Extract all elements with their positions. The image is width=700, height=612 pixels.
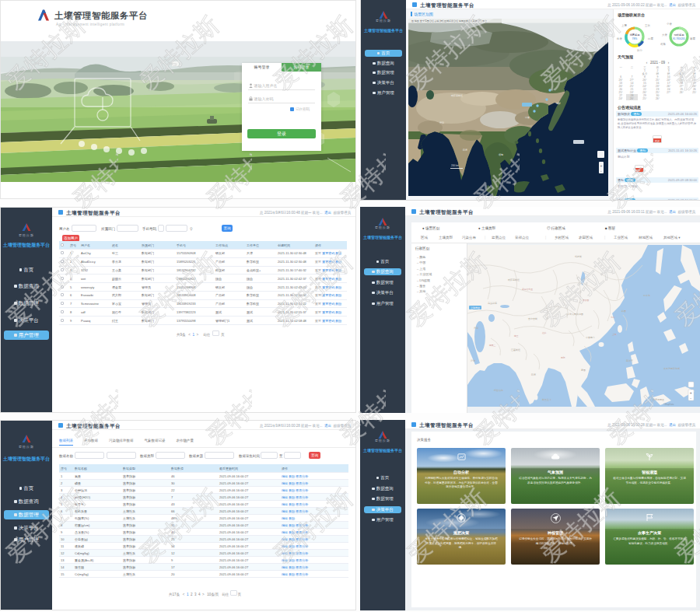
svg-text:俄罗斯: 俄罗斯: [575, 255, 582, 258]
svg-text:吉尔吉斯: 吉尔吉斯: [528, 317, 537, 320]
svg-text:新西伯利亚: 新西伯利亚: [522, 288, 533, 291]
svg-text:伊朗: 伊朗: [474, 327, 478, 330]
svg-text:斯里兰卡: 斯里兰卡: [542, 398, 551, 401]
svg-text:中国南方: 中国南方: [586, 336, 595, 339]
svg-text:北京: 北京: [611, 316, 615, 319]
svg-text:泰国: 泰国: [581, 369, 586, 372]
svg-text:上覆: 上覆: [621, 24, 627, 27]
svg-text:+: +: [600, 163, 603, 168]
svg-text:德黑兰: 德黑兰: [489, 344, 496, 347]
svg-text:中国: 中国: [525, 116, 530, 119]
svg-text:印度: 印度: [463, 149, 467, 152]
svg-text:昆明: 昆明: [561, 356, 565, 359]
svg-text:太平洋西部海域: 太平洋西部海域: [663, 367, 680, 370]
svg-text:场景监测: 场景监测: [629, 33, 640, 37]
svg-text:©MapData: ©MapData: [663, 403, 674, 406]
svg-text:蒙古国: 蒙古国: [583, 299, 590, 302]
svg-text:中华人民共和国: 中华人民共和国: [567, 313, 583, 316]
svg-text:78%: 78%: [632, 37, 638, 40]
svg-text:日本海: 日本海: [643, 294, 650, 297]
svg-text:德里: 德里: [514, 334, 519, 337]
svg-text:哈萨克斯坦: 哈萨克斯坦: [508, 278, 520, 282]
svg-text:拉萨: 拉萨: [542, 331, 547, 334]
svg-text:乌兹别克: 乌兹别克: [488, 302, 497, 305]
svg-text:+: +: [690, 390, 692, 395]
svg-text:阿拉伯海: 阿拉伯海: [494, 389, 503, 392]
svg-text:缅甸: 缅甸: [499, 153, 503, 156]
svg-text:图 地图 全寸范围 (六) 古城 (防) 区域标识 (六): 图 地图 全寸范围 (六) 古城 (防) 区域标识 (六) 使用区域 (法 高特…: [411, 19, 487, 23]
svg-text:霜降: 霜降: [660, 42, 666, 46]
svg-text:物联监测: 物联监测: [674, 33, 684, 37]
svg-text:大暑: 大暑: [662, 33, 667, 37]
svg-text:200 km: 200 km: [451, 164, 459, 167]
svg-text:巴基斯坦: 巴基斯坦: [511, 348, 520, 351]
svg-text:小暑: 小暑: [667, 22, 672, 26]
svg-text:印度: 印度: [531, 373, 536, 376]
svg-text:寒露: 寒露: [690, 37, 695, 40]
svg-text:韩国: 韩国: [621, 309, 626, 313]
svg-text:秋分: 秋分: [637, 49, 642, 52]
svg-text:上海市区: 上海市区: [471, 306, 480, 309]
svg-text:上海: 上海: [612, 333, 617, 336]
svg-text:菲律宾: 菲律宾: [626, 359, 633, 362]
svg-text:立秋: 立秋: [645, 24, 650, 27]
svg-text:哈萨克斯坦: 哈萨克斯坦: [451, 94, 463, 97]
svg-text:沙特: 沙特: [470, 359, 475, 362]
svg-text:白露: 白露: [648, 37, 653, 40]
svg-text:印度尼西亚: 印度尼西亚: [653, 398, 664, 401]
svg-text:91.7816265: 91.7816265: [673, 37, 685, 40]
svg-text:伊朗: 伊朗: [439, 121, 444, 124]
svg-text:处暑: 处暑: [617, 37, 622, 40]
svg-text:朝鲜: 朝鲜: [556, 102, 561, 105]
